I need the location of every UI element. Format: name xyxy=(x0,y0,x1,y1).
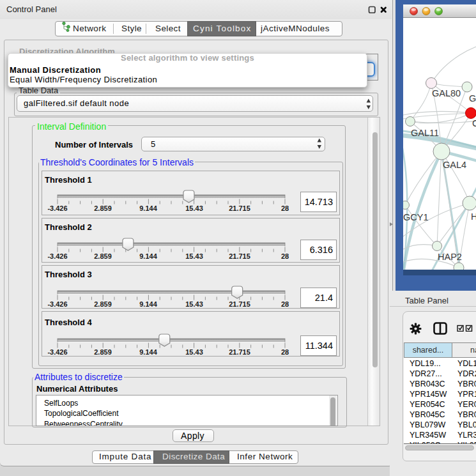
svg-text:GCY1: GCY1 xyxy=(403,212,429,222)
svg-text:C: C xyxy=(472,118,476,128)
svg-text:HA: HA xyxy=(471,211,476,222)
svg-text:GA: GA xyxy=(469,93,476,104)
svg-text:GAL11: GAL11 xyxy=(411,128,439,138)
svg-text:GAL4: GAL4 xyxy=(443,160,466,170)
svg-text:HAP2: HAP2 xyxy=(438,252,462,262)
svg-text:GAL80: GAL80 xyxy=(432,88,461,98)
